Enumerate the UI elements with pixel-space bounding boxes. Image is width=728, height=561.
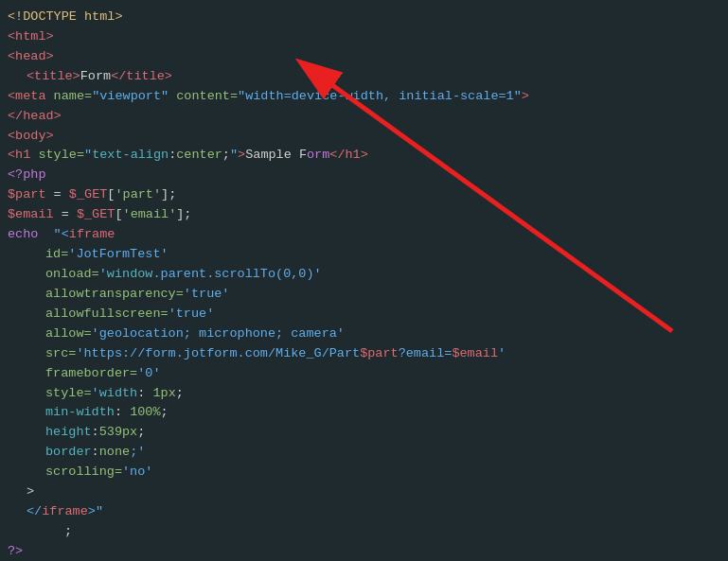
code-token: : [92,443,99,463]
code-token: scrolling= [45,463,122,482]
code-token [38,225,53,245]
code-line: </iframe>" [0,502,728,522]
code-token: Form [80,67,111,87]
code-token: $part [8,185,46,205]
code-token: name= [54,87,93,107]
code-token: ?email= [399,344,453,364]
code-line: $part = $_GET['part']; [0,185,728,205]
code-token: iframe [69,225,115,245]
code-token: ; [222,146,230,166]
code-token: <h1 [8,146,38,166]
code-token: 'email' [123,205,177,225]
code-token: 'geolocation; microphone; camera' [92,324,345,344]
code-line: <body> [0,127,728,147]
code-token: "width=device-width, initial-scale=1" [238,87,522,107]
code-token: 'part' [115,185,161,205]
code-token: style= [45,384,92,404]
code-token: ; [137,423,145,443]
code-token: style= [38,146,84,166]
code-token: frameborder= [45,364,137,384]
code-token: center [176,146,222,166]
code-token: >" [88,502,103,522]
code-token: id= [45,245,68,265]
code-token: </h1> [329,146,368,166]
code-token: 'JotFormTest' [68,245,168,265]
code-token: </ [27,502,42,522]
code-token: orm [307,146,329,166]
code-token: ;' [130,443,145,463]
code-token: > [27,482,34,502]
code-token: <?php [8,166,46,185]
code-token: $_GET [69,185,108,205]
code-editor: <!DOCTYPE html> <html> <head> <title>For… [0,0,728,561]
code-token: 1px [152,384,175,404]
code-token: = [54,205,77,225]
code-line: <head> [0,47,728,67]
code-line: allow='geolocation; microphone; camera' [0,324,728,344]
code-line: <title>Form</title> [0,67,728,87]
code-token: </head> [8,107,62,127]
code-token: $email [8,205,54,225]
code-line: </head> [0,107,728,127]
code-token: ; [64,522,72,542]
code-token: 'true' [184,285,230,305]
code-token: 'true' [169,305,215,324]
code-token: echo [8,225,38,245]
code-token: 'no' [122,463,152,482]
code-token: allowfullscreen= [45,305,169,324]
code-token: > [238,146,245,166]
code-token: <title> [27,67,80,87]
code-token: : [137,384,152,404]
code-token: </title> [111,67,172,87]
code-line: min-width: 100%; [0,403,728,423]
code-line: ?> [0,542,728,561]
code-token: : [115,403,130,423]
code-token: 100% [130,403,160,423]
code-token: 'https://form.jotform.com/Mike_G/Part [76,344,360,364]
code-token: <html> [8,27,54,47]
code-token: <meta [8,87,54,107]
code-token: [ [115,205,122,225]
code-line: ; [0,522,728,542]
code-token: allowtransparency= [45,285,184,305]
code-line: id='JotFormTest' [0,245,728,265]
code-token: min-width [45,403,115,423]
code-token: <head> [8,47,54,67]
code-token: iframe [42,502,88,522]
code-token: ; [161,403,169,423]
code-line: <h1 style="text-align:center;">Sample Fo… [0,146,728,166]
code-line: <html> [0,27,728,47]
code-token: border [45,443,92,463]
code-token: $part [360,344,399,364]
code-line: allowtransparency='true' [0,285,728,305]
code-token: $email [452,344,498,364]
code-token: $_GET [77,205,115,225]
code-token: onload= [45,265,99,285]
code-line: <?php [0,166,728,185]
code-line: onload='window.parent.scrollTo(0,0)' [0,265,728,285]
code-token [169,87,176,107]
code-token: ' [99,265,107,285]
code-token: "< [54,225,69,245]
code-token: "viewport" [92,87,169,107]
code-line: $email = $_GET['email']; [0,205,728,225]
code-token: = [46,185,69,205]
code-line: border:none;' [0,443,728,463]
code-token: '0' [137,364,160,384]
code-token: ; [176,384,184,404]
code-token: > [522,87,529,107]
code-line: src='https://form.jotform.com/Mike_G/Par… [0,344,728,364]
code-token: allow= [45,324,92,344]
code-line: scrolling='no' [0,463,728,482]
code-token: ]; [161,185,176,205]
code-token: height [45,423,92,443]
code-line: echo "<iframe [0,225,728,245]
code-token: Sample F [245,146,307,166]
code-token: " [84,146,92,166]
code-token: ?> [8,542,23,561]
code-token: : [169,146,176,166]
code-line: <!DOCTYPE html> [0,8,728,27]
code-line-meta: <meta name="viewport" content="width=dev… [0,87,728,107]
code-line: > [0,482,728,502]
code-token: width [99,384,138,404]
